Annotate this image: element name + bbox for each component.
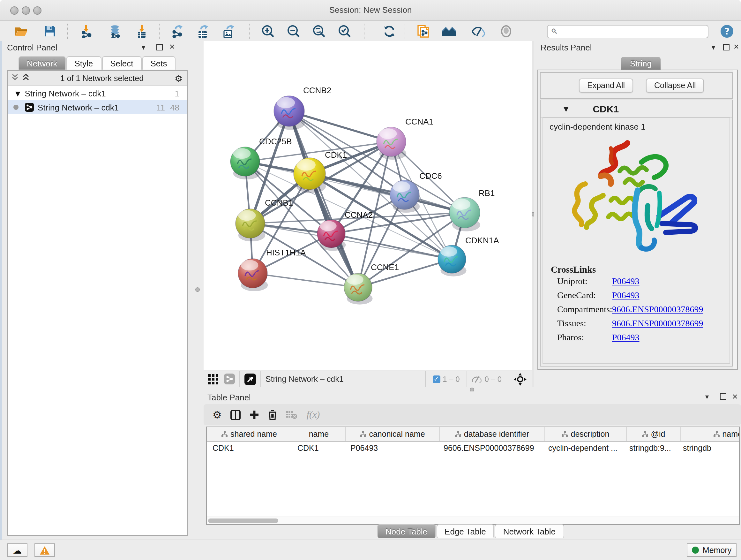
tab-select[interactable]: Select xyxy=(102,56,141,70)
zoom-selected-icon[interactable] xyxy=(337,23,352,39)
search-input[interactable] xyxy=(559,27,708,36)
network-canvas[interactable]: CCNB2CCNA1CDC25BCDK1CDC6RB1CCNB1CCNA2CDK… xyxy=(204,41,532,370)
detach-view-icon[interactable] xyxy=(245,373,256,385)
network-row-label: String Network – cdk1 xyxy=(38,103,151,112)
collapse-collection-icon[interactable]: ▼ xyxy=(15,90,20,97)
birds-eye-view-icon[interactable] xyxy=(514,373,527,385)
hide-annotations-icon[interactable] xyxy=(471,23,486,39)
grid-view-icon[interactable] xyxy=(208,374,218,384)
left-splitter-handle[interactable] xyxy=(195,287,200,292)
warnings-button[interactable] xyxy=(35,543,55,557)
zoom-in-icon[interactable] xyxy=(260,23,276,39)
show-hide-graphics-icon[interactable] xyxy=(498,23,514,39)
collapse-gene-icon[interactable]: ▼ xyxy=(563,105,568,112)
memory-button[interactable]: Memory xyxy=(687,543,737,557)
svg-text:?: ? xyxy=(724,26,730,37)
help-icon[interactable]: ? xyxy=(719,23,735,39)
zoom-out-icon[interactable] xyxy=(286,23,301,39)
column-header[interactable]: @id xyxy=(627,427,681,441)
table-cell[interactable]: CDK1 xyxy=(292,442,345,455)
tab-node-table[interactable]: Node Table xyxy=(377,524,435,538)
results-panel-close-icon[interactable]: ✕ xyxy=(733,43,739,51)
tab-network-table[interactable]: Network Table xyxy=(495,524,564,538)
control-panel-float-icon[interactable] xyxy=(156,44,163,52)
column-header[interactable]: description xyxy=(545,427,627,441)
network-collection-row[interactable]: ▼ String Network – cdk1 1 xyxy=(8,86,187,100)
home-network-icon[interactable] xyxy=(442,23,457,39)
save-session-icon[interactable] xyxy=(42,23,57,39)
collapse-all-networks-icon[interactable] xyxy=(22,73,29,83)
crosslink-link[interactable]: P06493 xyxy=(612,276,639,287)
gene-card-header[interactable]: ▼ CDK1 xyxy=(541,100,732,118)
control-panel-menu-caret-icon[interactable]: ▾ xyxy=(142,44,145,52)
open-session-icon[interactable] xyxy=(13,23,29,39)
function-builder-icon[interactable]: f(x) xyxy=(307,409,320,420)
column-header[interactable]: shared name xyxy=(207,427,292,441)
export-network-icon[interactable] xyxy=(170,23,185,39)
column-type-icon xyxy=(713,431,720,437)
table-cell[interactable]: stringdb xyxy=(677,442,740,455)
crosslink-label: Compartments: xyxy=(557,305,612,315)
import-table-icon[interactable] xyxy=(134,23,149,39)
network-overview-icon[interactable] xyxy=(224,374,235,384)
table-panel-float-icon[interactable] xyxy=(720,393,726,401)
refresh-icon[interactable] xyxy=(382,23,397,39)
results-panel-float-icon[interactable] xyxy=(723,44,730,52)
table-cell[interactable]: 9606.ENSP00000378699 xyxy=(438,442,542,455)
selected-checkbox-icon[interactable]: ✓ xyxy=(432,375,440,383)
add-column-icon[interactable] xyxy=(250,410,259,420)
column-header[interactable]: name xyxy=(292,427,346,441)
tab-edge-table[interactable]: Edge Table xyxy=(436,524,494,538)
collapse-all-button[interactable]: Collapse All xyxy=(646,78,704,92)
network-row[interactable]: String Network – cdk1 11 48 xyxy=(8,100,187,114)
results-panel-menu-caret-icon[interactable]: ▾ xyxy=(712,44,715,52)
column-header[interactable]: database identifier xyxy=(440,427,545,441)
table-panel: Table Panel ▾ ✕ ⚙ f(x) shared namenameca… xyxy=(204,391,741,540)
cloud-status-button[interactable]: ☁ xyxy=(7,543,27,557)
svg-text:CDK1: CDK1 xyxy=(325,150,347,160)
delete-table-icon[interactable] xyxy=(286,410,298,419)
results-scrollbar[interactable] xyxy=(733,70,737,369)
network-options-gear-icon[interactable]: ⚙ xyxy=(175,73,183,83)
hidden-eye-icon[interactable] xyxy=(472,374,482,383)
table-panel-title: Table Panel xyxy=(207,393,251,402)
table-panel-menu-caret-icon[interactable]: ▾ xyxy=(705,393,709,401)
table-row[interactable]: CDK1CDK1P064939606.ENSP00000378699cyclin… xyxy=(207,442,739,455)
column-header[interactable]: canonical name xyxy=(346,427,440,441)
table-cell[interactable]: P06493 xyxy=(345,442,438,455)
crosslink-link[interactable]: P06493 xyxy=(612,333,639,343)
scrollbar-thumb[interactable] xyxy=(208,518,278,523)
crosslink-label: Uniprot: xyxy=(557,276,612,287)
zoom-fit-icon[interactable] xyxy=(312,23,327,39)
string-network-icon xyxy=(25,103,34,112)
tab-style[interactable]: Style xyxy=(66,56,101,70)
export-table-icon[interactable] xyxy=(195,23,211,39)
export-image-icon[interactable] xyxy=(221,23,236,39)
show-columns-icon[interactable] xyxy=(231,410,241,420)
table-cell[interactable]: cyclin-dependent ... xyxy=(542,442,623,455)
tab-network[interactable]: Network xyxy=(18,56,65,70)
svg-text:CCNE1: CCNE1 xyxy=(371,262,399,272)
table-cell[interactable]: CDK1 xyxy=(207,442,292,455)
cloud-icon: ☁ xyxy=(13,545,22,555)
expand-all-networks-icon[interactable] xyxy=(11,73,18,83)
clone-network-icon[interactable] xyxy=(415,23,431,39)
crosslink-link[interactable]: P06493 xyxy=(612,291,639,301)
import-network-database-icon[interactable] xyxy=(107,23,123,39)
svg-text:RB1: RB1 xyxy=(479,188,495,198)
table-horizontal-scrollbar[interactable] xyxy=(207,516,739,524)
tab-string[interactable]: String xyxy=(621,57,661,70)
delete-column-icon[interactable] xyxy=(268,410,277,420)
crosslink-link[interactable]: 9606.ENSP00000378699 xyxy=(612,305,703,315)
crosslink-link[interactable]: 9606.ENSP00000378699 xyxy=(612,319,703,329)
svg-text:CDKN1A: CDKN1A xyxy=(465,236,499,245)
table-cell[interactable]: stringdb:9... xyxy=(623,442,677,455)
svg-text:CCNA2: CCNA2 xyxy=(345,210,373,220)
column-header[interactable]: namespace xyxy=(681,427,740,441)
import-network-file-icon[interactable] xyxy=(79,23,94,39)
tab-sets[interactable]: Sets xyxy=(142,56,175,70)
control-panel-close-icon[interactable]: ✕ xyxy=(169,43,175,51)
table-settings-gear-icon[interactable]: ⚙ xyxy=(212,409,222,421)
expand-all-button[interactable]: Expand All xyxy=(579,78,633,92)
table-panel-close-icon[interactable]: ✕ xyxy=(732,393,738,401)
